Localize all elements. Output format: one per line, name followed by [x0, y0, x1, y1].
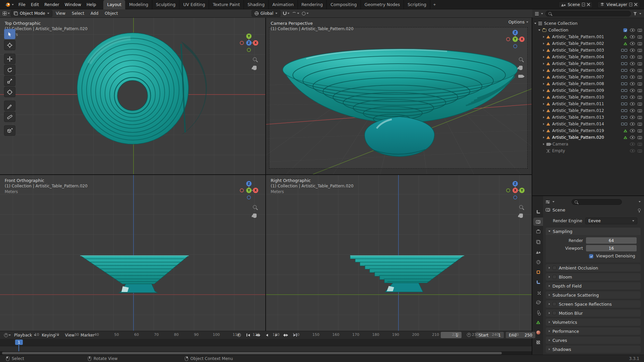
tool-add-cube[interactable]: [4, 125, 15, 136]
outliner-object-row[interactable]: Artistic_Table_Pattern.019: [534, 127, 644, 134]
object-name[interactable]: Artistic_Table_Pattern.006: [552, 68, 604, 73]
filter-icon[interactable]: [633, 12, 637, 15]
viewport-front[interactable]: Front Orthographic (1) Collection | Arti…: [0, 175, 265, 331]
proportional-edit-toggle[interactable]: [302, 12, 309, 15]
timeline-ruler[interactable]: [0, 339, 532, 346]
viewport-top[interactable]: Top Orthographic (1) Collection | Artist…: [0, 18, 265, 174]
zoom-icon[interactable]: [519, 205, 523, 209]
zoom-icon[interactable]: [253, 205, 257, 209]
viewport-menu-item[interactable]: Select: [69, 9, 87, 18]
tool-select-box[interactable]: [4, 29, 15, 39]
outliner-object-row[interactable]: Artistic_Table_Pattern.012: [534, 107, 644, 114]
new-scene-icon[interactable]: [582, 3, 585, 6]
pan-hand-icon[interactable]: [519, 214, 523, 218]
outliner-object-row[interactable]: Artistic_Table_Pattern.007: [534, 74, 644, 80]
collection-name[interactable]: Collection: [548, 28, 568, 33]
topbar-menu-item[interactable]: Window: [62, 0, 84, 9]
gizmo-y-axis[interactable]: Y: [519, 188, 525, 193]
disable-render-icon[interactable]: [638, 89, 642, 92]
expand-arrow-icon[interactable]: [543, 63, 544, 65]
section-checkbox[interactable]: [552, 275, 556, 279]
scene-selector[interactable]: Scene: [558, 1, 593, 8]
expand-arrow-icon[interactable]: [543, 49, 544, 51]
disable-render-icon[interactable]: [638, 149, 642, 153]
object-name[interactable]: Artistic_Table_Pattern.005: [552, 61, 604, 66]
collection-row[interactable]: Collection: [534, 27, 644, 34]
gizmo-x-axis[interactable]: X: [519, 37, 525, 42]
properties-section-header[interactable]: Shadows: [546, 346, 641, 353]
collapse-arrow-icon[interactable]: [538, 29, 540, 31]
zoom-icon[interactable]: [253, 57, 257, 61]
topbar-menu-item[interactable]: Edit: [28, 0, 42, 9]
pan-hand-icon[interactable]: [253, 214, 257, 218]
app-menu[interactable]: [3, 2, 16, 7]
topbar-menu-item[interactable]: Help: [84, 0, 99, 9]
disable-render-icon[interactable]: [638, 96, 642, 99]
navigation-gizmo[interactable]: Y X Z: [239, 34, 258, 52]
disable-render-icon[interactable]: [638, 62, 642, 65]
hide-viewport-icon[interactable]: [630, 122, 635, 126]
properties-section-header[interactable]: Ambient Occlusion: [546, 264, 641, 272]
hide-viewport-icon[interactable]: [630, 69, 635, 72]
gizmo-z-axis[interactable]: Z: [513, 181, 518, 186]
tool-rotate[interactable]: [4, 65, 15, 75]
disable-render-icon[interactable]: [638, 42, 642, 45]
properties-section-header[interactable]: Bloom: [546, 273, 641, 281]
sampling-panel-header[interactable]: Sampling: [546, 228, 641, 235]
playhead[interactable]: 1: [15, 340, 23, 345]
tool-annotate[interactable]: [4, 101, 15, 111]
filter-caret-icon[interactable]: [639, 13, 641, 14]
properties-search-input[interactable]: [572, 199, 622, 205]
gizmo-z-axis[interactable]: Z: [513, 30, 518, 35]
gizmo-x-axis[interactable]: X: [253, 40, 258, 46]
workspace-tab[interactable]: Rendering: [298, 0, 327, 9]
tab-constraints[interactable]: [533, 308, 543, 316]
hide-viewport-icon[interactable]: [630, 142, 635, 146]
hide-viewport-icon[interactable]: [630, 149, 635, 153]
object-name[interactable]: Artistic_Table_Pattern.010: [552, 95, 604, 100]
disable-render-icon[interactable]: [638, 36, 642, 39]
gizmo-negative-x-axis[interactable]: [240, 188, 244, 192]
disable-render-icon[interactable]: [638, 123, 642, 126]
object-name[interactable]: Artistic_Table_Pattern.019: [552, 128, 604, 133]
remove-viewlayer-icon[interactable]: [634, 3, 637, 6]
object-name[interactable]: Artistic_Table_Pattern.020: [552, 135, 604, 140]
gizmo-negative-y-axis[interactable]: [506, 188, 510, 192]
tab-tool[interactable]: [533, 207, 543, 216]
render-engine-dropdown[interactable]: Eevee: [585, 218, 637, 224]
hide-viewport-icon[interactable]: [630, 55, 635, 59]
gizmo-y-axis[interactable]: Y: [246, 188, 252, 193]
camera-name[interactable]: Camera: [552, 142, 568, 146]
outliner-object-row[interactable]: Artistic_Table_Pattern.011: [534, 101, 644, 107]
outliner-object-row[interactable]: Artistic_Table_Pattern.008: [534, 80, 644, 87]
disable-render-icon[interactable]: [638, 116, 642, 119]
tab-physics[interactable]: [533, 298, 543, 306]
workspace-tab[interactable]: UV Editing: [179, 0, 209, 9]
workspace-tab[interactable]: Scripting: [404, 0, 430, 9]
collapse-arrow-icon[interactable]: [534, 23, 536, 24]
outliner-object-row[interactable]: Artistic_Table_Pattern.003: [534, 47, 644, 54]
disable-render-icon[interactable]: [638, 129, 642, 132]
tab-particles[interactable]: [533, 288, 543, 296]
expand-arrow-icon[interactable]: [543, 130, 544, 132]
scene-collection-row[interactable]: Scene Collection: [534, 20, 644, 27]
viewport-menu-item[interactable]: View: [53, 9, 68, 18]
outliner-object-row[interactable]: Artistic_Table_Pattern.009: [534, 87, 644, 94]
tab-texture[interactable]: [533, 338, 543, 347]
expand-arrow-icon[interactable]: [543, 110, 544, 112]
expand-arrow-icon[interactable]: [543, 96, 544, 98]
transform-orientation-dropdown[interactable]: Global: [252, 10, 280, 17]
object-name[interactable]: Artistic_Table_Pattern.004: [552, 55, 604, 59]
timeline-track[interactable]: [0, 346, 532, 351]
workspace-tab[interactable]: Layout: [103, 0, 125, 9]
expand-arrow-icon[interactable]: [543, 36, 544, 38]
hide-viewport-icon[interactable]: [630, 49, 635, 52]
scrollbar-handle[interactable]: [2, 352, 502, 354]
scene-collection-name[interactable]: Scene Collection: [544, 21, 578, 26]
expand-arrow-icon[interactable]: [543, 136, 544, 138]
outliner-object-row[interactable]: Artistic_Table_Pattern.005: [534, 60, 644, 67]
hide-viewport-icon[interactable]: [630, 35, 635, 39]
hide-viewport-icon[interactable]: [630, 89, 635, 92]
outliner-object-row[interactable]: Artistic_Table_Pattern.006: [534, 67, 644, 74]
expand-arrow-icon[interactable]: [543, 116, 544, 118]
